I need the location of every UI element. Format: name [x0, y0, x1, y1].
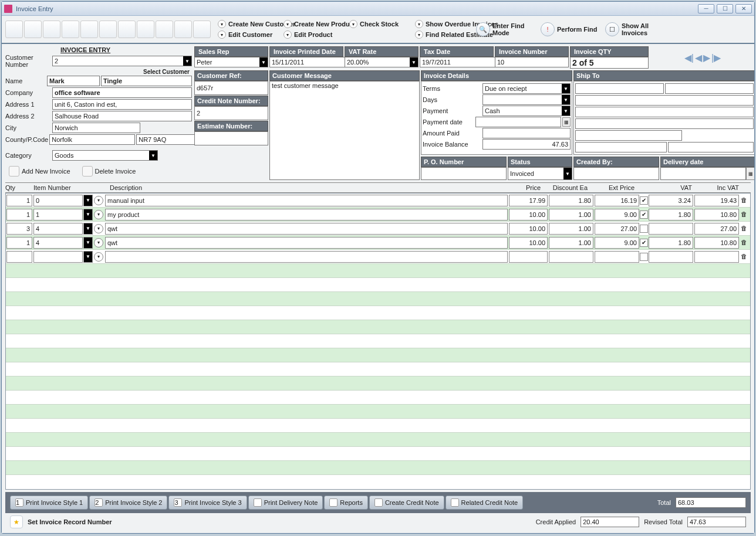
toolbar-icon-4[interactable] — [62, 21, 79, 38]
inc-cell[interactable] — [694, 237, 739, 249]
price-cell[interactable] — [509, 209, 548, 220]
payment-select[interactable]: Cash▼ — [482, 106, 571, 116]
vat-cell[interactable] — [649, 195, 693, 206]
amount-input[interactable] — [482, 128, 571, 138]
overdue-link[interactable]: ▾Show Overdue Invoices — [413, 19, 474, 29]
inc-cell[interactable] — [694, 223, 739, 235]
addr1-input[interactable] — [52, 99, 192, 110]
inc-cell[interactable] — [694, 251, 739, 263]
sales-rep-select[interactable]: Peter▼ — [194, 57, 268, 67]
desc-cell[interactable] — [105, 237, 508, 249]
toolbar-icon-8[interactable] — [137, 21, 154, 38]
po-input[interactable] — [421, 167, 507, 180]
create-credit-button[interactable]: Create Credit Note — [369, 496, 444, 510]
item-dropdown[interactable]: ▼ — [83, 223, 93, 235]
cust-ref-input[interactable] — [194, 81, 268, 95]
vat-cell[interactable] — [649, 237, 693, 249]
trash-icon[interactable]: 🗑 — [741, 211, 749, 219]
qty-cell[interactable] — [6, 195, 32, 206]
vat-cell[interactable] — [649, 251, 693, 263]
print-style3-button[interactable]: 3Print Invoice Style 3 — [168, 496, 247, 510]
price-cell[interactable] — [509, 251, 548, 263]
ext-cell[interactable] — [595, 237, 639, 249]
trash-icon[interactable]: 🗑 — [741, 239, 749, 247]
vat-checkbox[interactable]: ✔ — [640, 211, 648, 219]
vat-rate-select[interactable]: 20.00%▼ — [345, 57, 419, 67]
desc-cell[interactable] — [105, 209, 508, 220]
city-input[interactable] — [52, 123, 140, 133]
ext-cell[interactable] — [595, 195, 639, 206]
toolbar-icon-9[interactable] — [156, 21, 173, 38]
desc-cell[interactable] — [105, 251, 508, 263]
close-button[interactable]: ✕ — [735, 4, 752, 13]
check-stock-link[interactable]: ▾Check Stock — [347, 19, 408, 29]
credit-note-input[interactable] — [194, 106, 268, 120]
edit-product-link[interactable]: ▾Edit Product — [281, 30, 342, 39]
select-customer-link[interactable]: Select Customer — [5, 69, 192, 75]
toolbar-icon-6[interactable] — [99, 21, 117, 38]
print-delivery-button[interactable]: Print Delivery Note — [248, 496, 323, 510]
created-input[interactable] — [573, 167, 659, 180]
discount-cell[interactable] — [549, 209, 593, 220]
ship-last-input[interactable] — [665, 83, 754, 94]
qty-cell[interactable] — [6, 251, 32, 263]
find-mode-icon[interactable]: 🔍 — [476, 22, 490, 36]
invoice-no-input[interactable] — [495, 57, 569, 67]
vat-cell[interactable] — [649, 223, 693, 235]
maximize-button[interactable]: ☐ — [717, 4, 733, 13]
ship-addr2-input[interactable] — [575, 118, 754, 129]
toolbar-icon-3[interactable] — [43, 21, 60, 38]
ship-pcode-input[interactable] — [668, 142, 754, 152]
item-cell[interactable] — [33, 195, 83, 206]
create-customer-link[interactable]: ▾Create New Customer — [215, 19, 276, 29]
estimate-input[interactable] — [194, 131, 268, 145]
nav-prev-icon[interactable]: ◀ — [695, 52, 702, 63]
qty-cell[interactable] — [6, 209, 32, 220]
ext-cell[interactable] — [595, 209, 639, 220]
toolbar-icon-7[interactable] — [118, 21, 136, 38]
company-input[interactable] — [52, 87, 192, 98]
toolbar-icon-2[interactable] — [24, 21, 42, 38]
delete-invoice-button[interactable]: Delete Invoice — [79, 165, 140, 178]
delivery-date-input[interactable] — [660, 167, 746, 180]
credit-applied-input[interactable] — [580, 517, 639, 527]
toolbar-icon-10[interactable] — [174, 21, 192, 38]
tax-date-input[interactable] — [420, 57, 505, 67]
toolbar-icon-1[interactable] — [5, 21, 23, 38]
item-dropdown[interactable]: ▼ — [83, 209, 93, 220]
vat-cell[interactable] — [649, 209, 693, 220]
payment-date-input[interactable] — [475, 117, 561, 127]
find-estimate-link[interactable]: ▾Find Related Estimate — [413, 30, 474, 39]
county-input[interactable] — [49, 134, 135, 145]
edit-customer-link[interactable]: ▾Edit Customer — [215, 30, 276, 39]
item-lookup-icon[interactable]: ▾ — [94, 252, 103, 262]
calendar-icon[interactable]: ▦ — [562, 117, 571, 127]
minimize-button[interactable]: ─ — [698, 4, 714, 13]
item-lookup-icon[interactable]: ▾ — [94, 210, 103, 219]
days-select[interactable]: ▼ — [482, 94, 571, 105]
vat-checkbox[interactable]: ✔ — [640, 196, 648, 205]
item-dropdown[interactable]: ▼ — [83, 251, 93, 263]
star-icon[interactable]: ★ — [10, 515, 23, 528]
desc-cell[interactable] — [105, 195, 508, 206]
qty-cell[interactable] — [6, 223, 32, 235]
trash-icon[interactable]: 🗑 — [741, 225, 749, 233]
related-credit-button[interactable]: Related Credit Note — [446, 496, 524, 510]
item-lookup-icon[interactable]: ▾ — [94, 196, 103, 205]
calendar-icon[interactable]: ▦ — [746, 167, 754, 180]
ship-addr1-input[interactable] — [575, 107, 754, 117]
addr2-input[interactable] — [52, 111, 192, 121]
status-select[interactable]: Invoiced▼ — [508, 167, 572, 180]
cust-msg-input[interactable]: test customer message — [269, 81, 420, 180]
inc-cell[interactable] — [694, 195, 739, 206]
item-cell[interactable] — [33, 209, 83, 220]
discount-cell[interactable] — [549, 237, 593, 249]
vat-checkbox[interactable]: ✔ — [640, 239, 648, 247]
item-cell[interactable] — [33, 251, 83, 263]
item-dropdown[interactable]: ▼ — [83, 237, 93, 249]
nav-next-icon[interactable]: ▶ — [703, 52, 710, 63]
discount-cell[interactable] — [549, 251, 593, 263]
find-mode-label[interactable]: Enter Find Mode — [492, 22, 538, 36]
ship-city-input[interactable] — [575, 130, 682, 141]
terms-select[interactable]: Due on reciept▼ — [482, 83, 571, 94]
